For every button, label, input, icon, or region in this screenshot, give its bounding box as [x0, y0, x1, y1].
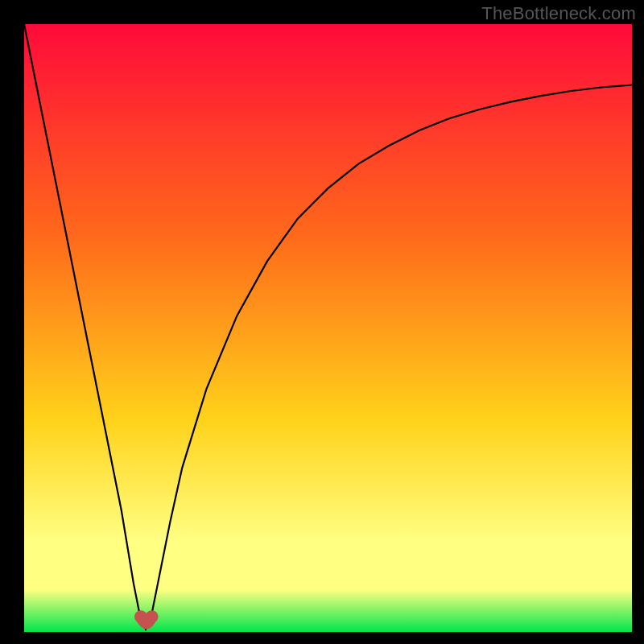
watermark-text: TheBottleneck.com	[481, 3, 636, 24]
bottleneck-chart	[0, 0, 644, 644]
plot-area	[24, 24, 632, 632]
chart-frame: TheBottleneck.com	[0, 0, 644, 644]
optimal-point-right	[146, 610, 159, 623]
